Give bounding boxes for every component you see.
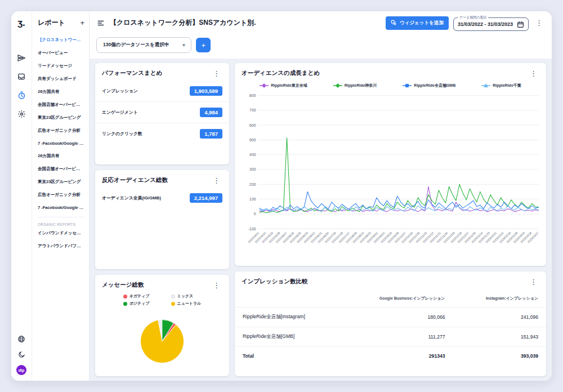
date-field-label: データ期間の選択 bbox=[458, 15, 488, 20]
impressions-kebab-menu-icon[interactable]: ⋮ bbox=[528, 278, 539, 286]
sidebar-item[interactable]: 全国店舗オーバービュー bbox=[38, 98, 84, 111]
audience-growth-kebab-menu-icon[interactable]: ⋮ bbox=[528, 70, 539, 77]
table-cell: Total bbox=[235, 347, 342, 366]
pie-legend-item: ニュートラル bbox=[171, 301, 202, 306]
legend-item[interactable]: RippleRide全店舗GMB bbox=[403, 83, 455, 88]
sidebar-item[interactable]: アウトバウンドパフォーマンス bbox=[38, 239, 84, 252]
pie-legend-label: ポジティブ bbox=[129, 301, 150, 306]
menu-icon[interactable] bbox=[96, 19, 105, 28]
header-kebab-menu-icon[interactable]: ⋮ bbox=[533, 19, 545, 26]
sidebar-item[interactable]: 広告オーガニック分析 bbox=[38, 188, 84, 201]
pie-legend-swatch bbox=[171, 295, 175, 299]
page-header: 【クロスネットワーク分析】SNSアカウント別. ウィジェットを追加 データ期間の… bbox=[90, 11, 552, 34]
inbox-icon[interactable] bbox=[17, 72, 26, 81]
report-sidebar: レポート + 【クロスネットワーク分析】...オーバービューリードメッセージ共有… bbox=[32, 11, 90, 381]
sidebar-item[interactable]: 7 -Facebook/Google My... bbox=[38, 137, 84, 149]
legend-marker-icon bbox=[481, 83, 490, 88]
add-widget-button[interactable]: ウィジェットを追加 bbox=[386, 16, 449, 30]
sidebar-item[interactable]: 広告オーガニック分析 bbox=[38, 124, 84, 137]
sidebar-item[interactable]: 共有ダッシュボード bbox=[38, 72, 84, 85]
table-column-header bbox=[235, 291, 342, 308]
reports-icon[interactable] bbox=[17, 91, 26, 100]
datasource-select[interactable]: 130個のデータソースを選択中 ▼ bbox=[96, 37, 191, 53]
table-cell: RippleRide全店舗[Instagram] bbox=[235, 308, 342, 327]
page-title: 【クロスネットワーク分析】SNSアカウント別. bbox=[110, 18, 256, 28]
table-row: RippleRide全店舗[GMB]111,277151,943 bbox=[235, 327, 546, 347]
table-cell: 180,066 bbox=[342, 308, 453, 327]
widget-icon bbox=[391, 20, 397, 26]
table-cell: 241,096 bbox=[453, 308, 546, 327]
legend-label: RippleRide千葉 bbox=[493, 83, 521, 88]
pie-legend: ネガティブミックスポジティブニュートラル bbox=[95, 292, 229, 306]
app-window: ʒ. dlp レポート bbox=[11, 11, 552, 381]
messages-card-title: メッセージ総数 bbox=[102, 281, 144, 289]
metric-row: インプレッション1,903,589 bbox=[95, 81, 229, 102]
pie-legend-swatch bbox=[123, 295, 127, 299]
performance-card: パフォーマンスまとめ ⋮ インプレッション1,903,589エンゲージメント4,… bbox=[95, 63, 229, 164]
metric-row: エンゲージメント4,984 bbox=[95, 102, 229, 123]
legend-item[interactable]: RippleRide東京全域 bbox=[260, 83, 307, 88]
table-column-header: Google Business:インプレッション bbox=[342, 291, 453, 308]
table-cell: 393,039 bbox=[453, 347, 546, 366]
impressions-card-title: インプレッション数比較 bbox=[242, 278, 307, 286]
audience-total-card: 反応オーディエンス総数 ⋮ オーディエンス全員(IG/GMB)2,214,997 bbox=[95, 170, 229, 269]
user-avatar[interactable]: dlp bbox=[16, 365, 26, 375]
sidebar-item[interactable]: インバウンドメッセージ bbox=[38, 226, 84, 239]
date-range-picker[interactable]: データ期間の選択 31/03/2022 - 31/03/2023 bbox=[453, 15, 529, 31]
audience-growth-card-title: オーディエンスの成長まとめ bbox=[242, 69, 320, 77]
settings-icon[interactable] bbox=[17, 109, 26, 118]
svg-text:600: 600 bbox=[249, 123, 256, 127]
add-datasource-button[interactable]: + bbox=[196, 38, 211, 52]
pie-legend-label: ネガティブ bbox=[129, 293, 150, 299]
svg-text:200: 200 bbox=[249, 182, 256, 186]
audience-total-kebab-menu-icon[interactable]: ⋮ bbox=[211, 177, 222, 184]
sidebar-item[interactable]: 東京23区グルーピング bbox=[38, 175, 84, 188]
sidebar-item[interactable]: オーバービュー bbox=[38, 46, 84, 59]
svg-text:100: 100 bbox=[249, 197, 256, 201]
sidebar-item[interactable]: 全国店舗オーバービュー bbox=[38, 162, 84, 175]
table-cell: 151,943 bbox=[453, 327, 546, 347]
performance-kebab-menu-icon[interactable]: ⋮ bbox=[211, 70, 222, 77]
messages-pie-chart bbox=[95, 306, 229, 376]
table-cell: RippleRide全店舗[GMB] bbox=[235, 327, 342, 347]
moon-icon[interactable] bbox=[17, 350, 26, 359]
metric-row: リンクのクリック数1,787 bbox=[95, 123, 229, 144]
legend-label: RippleRide神奈川 bbox=[345, 83, 377, 88]
messages-kebab-menu-icon[interactable]: ⋮ bbox=[211, 282, 222, 289]
performance-card-title: パフォーマンスまとめ bbox=[102, 69, 162, 77]
audience-growth-line-chart: 8007006005004003002001000-1002022/04/012… bbox=[235, 88, 546, 266]
sidebar-item[interactable]: 東京23区グルーピング bbox=[38, 111, 84, 124]
add-report-button[interactable]: + bbox=[80, 19, 84, 26]
sidebar-item[interactable]: 26カ国共有 bbox=[38, 85, 84, 98]
line-chart-legend: RippleRide東京全域RippleRide神奈川RippleRide全店舗… bbox=[235, 81, 546, 88]
legend-label: RippleRide東京全域 bbox=[271, 83, 307, 88]
sidebar-section-items: インバウンドメッセージアウトバウンドパフォーマンス bbox=[38, 226, 84, 252]
metric-value-badge: 2,214,997 bbox=[190, 193, 222, 203]
pie-legend-swatch bbox=[171, 302, 175, 306]
sidebar-item[interactable]: リードメッセージ bbox=[38, 59, 84, 72]
pie-legend-label: ミックス bbox=[177, 293, 194, 299]
table-row: RippleRide全店舗[Instagram]180,066241,096 bbox=[235, 308, 546, 327]
metric-row: オーディエンス全員(IG/GMB)2,214,997 bbox=[95, 188, 229, 208]
pie-legend-item: ミックス bbox=[171, 293, 202, 299]
sidebar-item[interactable]: 7 -Facebook/Google My... bbox=[38, 201, 84, 213]
legend-item[interactable]: RippleRide神奈川 bbox=[333, 83, 377, 88]
svg-text:700: 700 bbox=[249, 108, 256, 112]
svg-text:0: 0 bbox=[254, 212, 256, 216]
svg-text:800: 800 bbox=[249, 93, 256, 97]
send-icon[interactable] bbox=[17, 54, 26, 63]
metric-label: インプレッション bbox=[102, 88, 138, 94]
line-series bbox=[259, 191, 539, 211]
svg-text:-100: -100 bbox=[248, 227, 256, 231]
sidebar-item[interactable]: 【クロスネットワーク分析】... bbox=[38, 33, 84, 46]
sidebar-item[interactable]: 26カ国共有 bbox=[38, 149, 84, 162]
impressions-card: インプレッション数比較 ⋮ Google Business:インプレッションIn… bbox=[235, 271, 546, 376]
app-logo: ʒ. bbox=[17, 18, 25, 28]
globe-icon[interactable] bbox=[17, 335, 26, 344]
legend-item[interactable]: RippleRide千葉 bbox=[481, 83, 521, 88]
metric-label: リンクのクリック数 bbox=[102, 131, 142, 137]
datasource-toolbar: 130個のデータソースを選択中 ▼ + bbox=[90, 34, 552, 59]
pie-legend-item: ポジティブ bbox=[123, 301, 150, 306]
metric-label: オーディエンス全員(IG/GMB) bbox=[102, 195, 161, 201]
dashboard-content: パフォーマンスまとめ ⋮ インプレッション1,903,589エンゲージメント4,… bbox=[90, 59, 552, 381]
